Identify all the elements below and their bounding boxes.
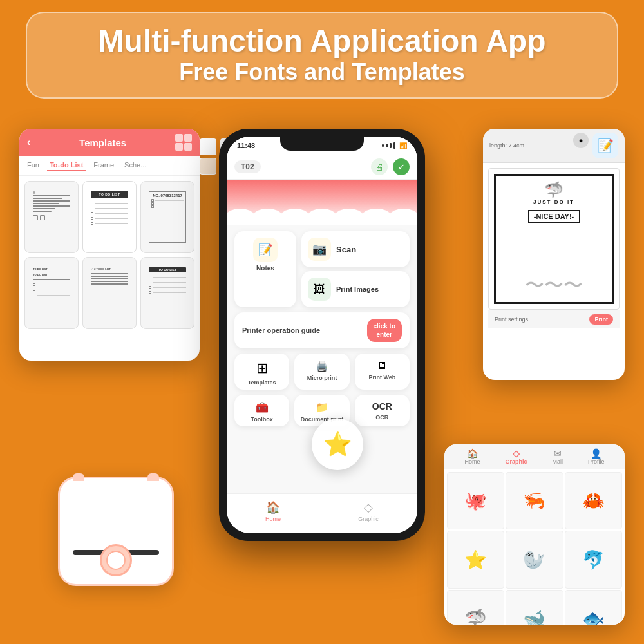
printer-handle-right — [147, 473, 159, 481]
graphic-nav-label: Graphic — [358, 516, 379, 522]
toolbox-icon: 🧰 — [238, 401, 285, 413]
app-icon-grid: ⊞ Templates 🖨️ Micro print 🖥 Print Web 🧰… — [234, 354, 410, 426]
ocr-label: OCR — [359, 414, 406, 421]
printer-device — [52, 477, 180, 605]
doc-edit-icon[interactable]: 📝 — [592, 133, 618, 158]
back-arrow-icon[interactable]: ‹ — [27, 137, 30, 148]
header-subtitle: Free Fonts and Templates — [46, 59, 598, 86]
template-item[interactable] — [24, 181, 79, 253]
print-button[interactable]: Print — [589, 314, 613, 325]
cloud-decoration — [227, 180, 417, 225]
marine-nav-home[interactable]: 🏠 Home — [464, 448, 480, 465]
time-display: 11:48 — [237, 142, 255, 149]
docprint-icon: 📁 — [298, 401, 345, 413]
scan-feature[interactable]: 📷 Scan — [301, 231, 410, 267]
phone-bottom-nav: 🏠 Home ◇ Graphic — [227, 493, 417, 533]
marine-nav: 🏠 Home ◇ Graphic ✉ Mail 👤 Profile — [444, 444, 625, 469]
home-nav-icon: 🏠 — [266, 500, 280, 515]
nav-home[interactable]: 🏠 Home — [265, 500, 281, 522]
microprint-icon: 🖨️ — [298, 360, 345, 372]
ocr-grid-item[interactable]: OCR OCR — [355, 395, 410, 426]
app-header: T02 🖨 ✓ — [227, 155, 417, 180]
print-images-icon: 🖼 — [308, 278, 331, 301]
marine-cell-8[interactable]: 🐋 — [506, 590, 563, 625]
templates-tablet: ‹ Templates Fun To-do List Frame Sche... — [19, 129, 200, 361]
printer-handles — [73, 473, 159, 481]
marine-nav-graphic[interactable]: ◇ Graphic — [505, 448, 527, 465]
doc-content: 🦈 JUST DO IT -NICE DAY!- 〜〜〜 Print setti… — [483, 163, 625, 363]
template-item[interactable]: TO DO LIST — [82, 181, 137, 253]
microprint-grid-item[interactable]: 🖨️ Micro print — [294, 354, 349, 390]
doc-circle-icon[interactable]: ● — [573, 133, 589, 148]
marine-cell-7[interactable]: 🦈 — [447, 590, 504, 625]
template-item[interactable]: NO. 9798313417 — [140, 181, 194, 253]
marine-profile-icon: 👤 — [588, 448, 605, 459]
marine-mail-label: Mail — [552, 459, 563, 465]
star-bubble-popup[interactable]: ⭐ — [312, 419, 363, 470]
phone-screen: 11:48 📶 T02 🖨 ✓ — [227, 137, 417, 533]
print-icon[interactable]: 🖨 — [371, 158, 388, 175]
marine-tablet: 🏠 Home ◇ Graphic ✉ Mail 👤 Profile 🐙 🦐 🦀 … — [444, 444, 625, 625]
templates-grid: TO DO LIST NO. 9798313417 — [19, 176, 200, 334]
printer-button[interactable] — [100, 544, 132, 576]
printweb-label: Print Web — [359, 374, 406, 381]
doc-page: 🦈 JUST DO IT -NICE DAY!- 〜〜〜 — [488, 168, 620, 310]
doc-length-label: length: 7.4cm — [489, 142, 524, 149]
notes-feature[interactable]: 📝 Notes — [234, 231, 296, 307]
nav-graphic[interactable]: ◇ Graphic — [358, 500, 379, 522]
grid-view-1[interactable] — [200, 138, 216, 155]
grid-toggle[interactable] — [175, 134, 192, 151]
printer-button-inner — [106, 551, 126, 570]
tab-schedule[interactable]: Sche... — [122, 160, 149, 171]
scan-print-group: 📷 Scan 🖼 Print Images — [301, 231, 410, 307]
phone-device: 11:48 📶 T02 🖨 ✓ — [219, 129, 425, 541]
marine-cell-5[interactable]: 🦭 — [506, 531, 563, 588]
toolbox-label: Toolbox — [238, 416, 285, 422]
marine-animal-grid: 🐙 🦐 🦀 ⭐ 🦭 🐬 🦈 🐋 🐟 — [444, 469, 625, 625]
template-item[interactable]: TO DO LIST TO DO LIST — [24, 257, 79, 329]
grid-view-3[interactable] — [200, 158, 216, 175]
printweb-grid-item[interactable]: 🖥 Print Web — [355, 354, 410, 390]
phone-notch — [280, 137, 364, 151]
tab-todo[interactable]: To-do List — [47, 160, 86, 171]
templates-icon: ⊞ — [238, 360, 285, 377]
template-item[interactable]: ✓ 2 TO DO LIST — [82, 257, 137, 329]
notes-icon: 📝 — [253, 238, 278, 262]
tab-fun[interactable]: Fun — [24, 160, 42, 171]
templates-tablet-header: ‹ Templates — [19, 129, 200, 156]
graphic-nav-icon: ◇ — [364, 500, 373, 515]
doc-header-icons: ● 📝 — [573, 133, 618, 158]
marine-home-icon: 🏠 — [464, 448, 480, 459]
tab-frame[interactable]: Frame — [91, 160, 117, 171]
marine-cell-4[interactable]: ⭐ — [447, 531, 504, 588]
marine-cell-9[interactable]: 🐟 — [565, 590, 622, 625]
cloud-bumps — [227, 209, 417, 225]
top-features-row: 📝 Notes 📷 Scan 🖼 Print Images — [234, 231, 410, 307]
click-enter-button[interactable]: click toenter — [367, 319, 402, 342]
template-item[interactable]: TO DO LIST — [140, 257, 194, 329]
marine-nav-profile[interactable]: 👤 Profile — [588, 448, 605, 465]
toolbox-grid-item[interactable]: 🧰 Toolbox — [234, 395, 289, 426]
nice-day-text: -NICE DAY!- — [528, 210, 580, 223]
marine-cell-3[interactable]: 🦀 — [565, 472, 622, 529]
marine-nav-mail[interactable]: ✉ Mail — [552, 448, 563, 465]
templates-grid-item[interactable]: ⊞ Templates — [234, 354, 289, 390]
marine-cell-6[interactable]: 🐬 — [565, 531, 622, 588]
print-images-feature[interactable]: 🖼 Print Images — [301, 271, 410, 307]
printweb-icon: 🖥 — [359, 360, 406, 372]
marine-cell-2[interactable]: 🦐 — [506, 472, 563, 529]
header-title: Multi-function Application App — [46, 24, 598, 59]
check-icon[interactable]: ✓ — [393, 158, 410, 175]
signal-indicator: 📶 — [382, 142, 407, 149]
print-settings-label: Print settings — [495, 316, 528, 323]
marine-cell-1[interactable]: 🐙 — [447, 472, 504, 529]
home-nav-label: Home — [265, 516, 281, 522]
doc-footer: Print settings Print — [488, 310, 620, 328]
templates-tablet-title: Templates — [35, 137, 170, 148]
scan-icon: 📷 — [308, 238, 331, 261]
phone-outer: 11:48 📶 T02 🖨 ✓ — [219, 129, 425, 541]
templates-label: Templates — [238, 379, 285, 386]
app-header-icons: 🖨 ✓ — [371, 158, 410, 175]
printer-body — [58, 477, 174, 586]
notes-label: Notes — [238, 265, 292, 272]
